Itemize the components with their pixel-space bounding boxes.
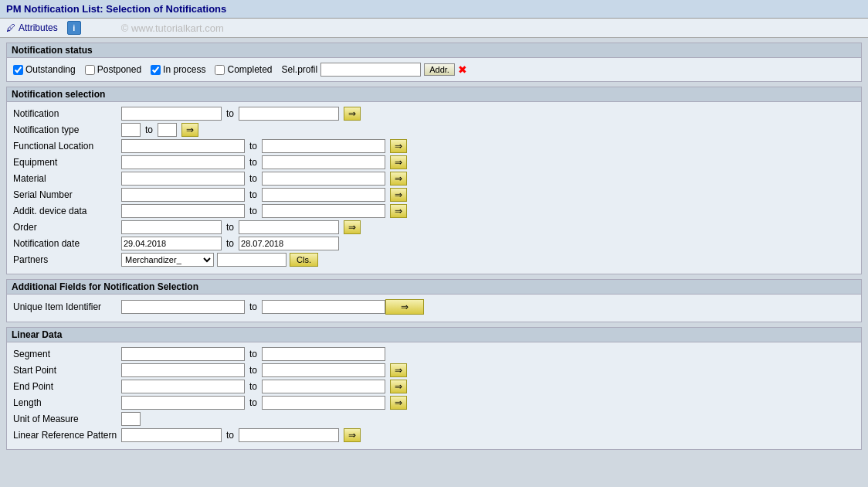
length-row: Length to ⇒ [13,396,855,410]
to-label-1: to [226,108,234,119]
in-process-checkbox[interactable] [151,65,161,75]
to-label-14: to [249,397,257,408]
to-label-8: to [226,222,234,233]
linear-data-section: Linear Data Segment to Start Point to ⇒ … [6,327,862,450]
notification-input-to[interactable] [239,107,339,121]
cls-button[interactable]: Cls. [290,253,318,267]
equipment-arrow-btn[interactable]: ⇒ [390,155,407,169]
postponed-checkbox[interactable] [85,65,95,75]
linear-data-header: Linear Data [7,328,861,342]
additional-fields-header: Additional Fields for Notification Selec… [7,280,861,295]
segment-input-to[interactable] [262,347,385,361]
postponed-label: Postponed [97,64,141,75]
partners-label: Partners [13,254,121,265]
to-label-2: to [145,124,153,135]
info-icon[interactable]: i [67,21,81,35]
order-input-to[interactable] [239,220,339,234]
notification-date-input-from[interactable] [121,237,222,250]
in-process-checkbox-item[interactable]: In process [151,64,205,75]
functional-location-input-from[interactable] [121,139,245,153]
serial-number-input-from[interactable] [121,188,245,202]
notification-status-body: Outstanding Postponed In process Complet… [7,58,861,81]
addit-device-input-to[interactable] [262,204,385,218]
addit-device-label: Addit. device data [13,206,121,216]
addit-device-input-from[interactable] [121,204,245,218]
linear-reference-arrow-btn[interactable]: ⇒ [344,428,361,442]
notification-date-label: Notification date [13,238,121,249]
notification-type-input-to[interactable] [158,123,177,137]
notification-type-arrow-btn[interactable]: ⇒ [181,123,198,137]
linear-reference-label: Linear Reference Pattern [13,430,121,441]
unique-item-arrow-btn[interactable]: ⇒ [385,299,424,315]
order-input-from[interactable] [121,220,222,234]
linear-reference-input-from[interactable] [121,428,222,442]
unique-item-input-from[interactable] [121,300,245,314]
functional-location-input-to[interactable] [262,139,385,153]
status-row: Outstanding Postponed In process Complet… [13,63,855,77]
equipment-input-from[interactable] [121,155,245,169]
linear-reference-input-to[interactable] [239,428,339,442]
unique-item-input-to[interactable] [262,300,385,314]
notification-type-input-from[interactable] [121,123,141,137]
serial-number-input-to[interactable] [262,188,385,202]
completed-checkbox[interactable] [215,65,225,75]
to-label-13: to [249,381,257,392]
segment-label: Segment [13,349,121,359]
serial-number-arrow-btn[interactable]: ⇒ [390,188,407,202]
additional-fields-body: Unique Item Identifier to ⇒ [7,295,861,322]
order-arrow-btn[interactable]: ⇒ [344,220,361,234]
material-arrow-btn[interactable]: ⇒ [390,172,407,186]
unit-of-measure-label: Unit of Measure [13,414,121,424]
addit-device-arrow-btn[interactable]: ⇒ [390,204,407,218]
to-label-11: to [249,349,257,359]
order-row: Order to ⇒ [13,220,855,234]
functional-location-row: Functional Location to ⇒ [13,139,855,153]
notification-date-input-to[interactable] [239,237,339,250]
sel-profil-group: Sel.profil Addr. ✖ [282,63,467,77]
end-point-input-to[interactable] [262,380,385,393]
end-point-arrow-btn[interactable]: ⇒ [390,380,407,393]
to-label-5: to [249,173,257,184]
material-input-from[interactable] [121,172,245,186]
in-process-label: In process [163,64,205,75]
attributes-icon: 🖊 [6,22,15,33]
unit-of-measure-row: Unit of Measure [13,412,855,426]
partners-input[interactable] [217,253,287,267]
addr-button[interactable]: Addr. [424,63,455,76]
start-point-arrow-btn[interactable]: ⇒ [390,363,407,377]
notification-arrow-btn[interactable]: ⇒ [344,107,361,121]
to-label-4: to [249,157,257,168]
completed-checkbox-item[interactable]: Completed [215,64,272,75]
to-label-15: to [226,430,234,441]
serial-number-label: Serial Number [13,189,121,200]
start-point-input-to[interactable] [262,363,385,377]
length-arrow-btn[interactable]: ⇒ [390,396,407,410]
start-point-label: Start Point [13,365,121,376]
outstanding-checkbox-item[interactable]: Outstanding [13,64,76,75]
sel-profil-input[interactable] [320,63,421,77]
sel-profil-label: Sel.profil [282,64,318,75]
notification-selection-section: Notification selection Notification to ⇒… [6,87,862,274]
outstanding-checkbox[interactable] [13,65,23,75]
material-label: Material [13,173,121,184]
functional-location-arrow-btn[interactable]: ⇒ [390,139,407,153]
equipment-input-to[interactable] [262,155,385,169]
partners-row: Partners Merchandizer_ Cls. [13,253,855,267]
start-point-input-from[interactable] [121,363,245,377]
material-row: Material to ⇒ [13,172,855,186]
outstanding-label: Outstanding [25,64,76,75]
to-label-12: to [249,365,257,376]
notification-input-from[interactable] [121,107,222,121]
segment-input-from[interactable] [121,347,245,361]
delete-icon[interactable]: ✖ [458,63,467,76]
material-input-to[interactable] [262,172,385,186]
attributes-item[interactable]: 🖊 Attributes [6,22,58,33]
unit-of-measure-input[interactable] [121,412,141,426]
serial-number-row: Serial Number to ⇒ [13,188,855,202]
end-point-input-from[interactable] [121,380,245,393]
length-input-from[interactable] [121,396,245,410]
length-input-to[interactable] [262,396,385,410]
partners-select[interactable]: Merchandizer_ [121,253,214,267]
notification-selection-body: Notification to ⇒ Notification type to ⇒… [7,102,861,274]
postponed-checkbox-item[interactable]: Postponed [85,64,141,75]
